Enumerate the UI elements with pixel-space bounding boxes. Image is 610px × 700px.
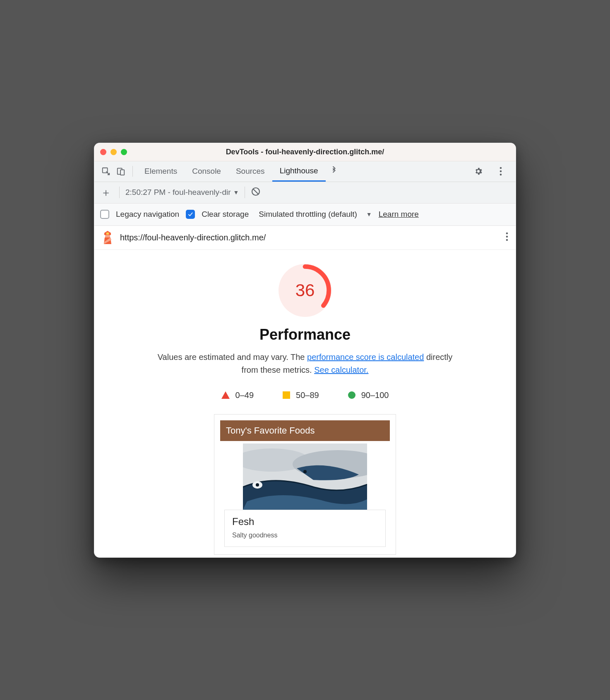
square-icon — [283, 391, 290, 399]
new-report-button[interactable]: ＋ — [98, 185, 113, 200]
lighthouse-toolbar-2: Legacy navigation Clear storage Simulate… — [94, 204, 516, 226]
throttling-chevron-icon[interactable]: ▼ — [366, 211, 372, 218]
devtools-tabstrip: Elements Console Sources Lighthouse — [94, 161, 516, 182]
clear-storage-label: Clear storage — [202, 210, 249, 219]
tab-console[interactable]: Console — [185, 161, 228, 182]
svg-point-4 — [500, 170, 502, 173]
chevron-down-icon: ▼ — [233, 189, 239, 196]
svg-line-7 — [253, 189, 259, 194]
filmstrip-image — [220, 441, 390, 510]
svg-point-16 — [281, 266, 329, 314]
traffic-lights — [100, 149, 127, 155]
filmstrip-page-title: Tony's Favorite Foods — [220, 420, 390, 441]
legend-mid: 50–89 — [283, 391, 319, 400]
svg-point-5 — [500, 174, 502, 176]
window-title: DevTools - foul-heavenly-direction.glitc… — [94, 148, 516, 156]
legacy-navigation-checkbox[interactable] — [100, 210, 109, 219]
settings-icon[interactable] — [471, 164, 486, 179]
tab-sources[interactable]: Sources — [228, 161, 272, 182]
category-title: Performance — [107, 326, 503, 343]
tab-lighthouse[interactable]: Lighthouse — [272, 161, 326, 182]
lighthouse-report: 36 Performance Values are estimated and … — [94, 250, 516, 557]
card-title: Fesh — [232, 516, 378, 527]
score-calc-link[interactable]: performance score is calculated — [307, 352, 424, 362]
svg-point-15 — [506, 239, 508, 241]
filmstrip-frame: Tony's Favorite Foods Fesh Salty go — [214, 414, 396, 555]
performance-gauge[interactable]: 36 — [279, 264, 331, 317]
circle-icon — [348, 391, 355, 399]
svg-point-3 — [500, 167, 502, 169]
devtools-window: DevTools - foul-heavenly-direction.glitc… — [94, 143, 516, 558]
svg-rect-12 — [106, 233, 109, 235]
clear-report-icon[interactable] — [251, 187, 261, 199]
svg-point-22 — [303, 470, 307, 473]
device-toolbar-icon[interactable] — [113, 164, 128, 179]
svg-rect-9 — [105, 235, 110, 237]
more-options-icon[interactable] — [493, 164, 508, 179]
minimize-window-button[interactable] — [110, 149, 117, 155]
svg-point-13 — [506, 232, 508, 234]
triangle-icon — [221, 391, 230, 399]
report-dropdown[interactable]: 2:50:27 PM - foul-heavenly-dir ▼ — [125, 188, 239, 197]
clear-storage-checkbox[interactable] — [186, 210, 195, 219]
report-url: https://foul-heavenly-direction.glitch.m… — [120, 233, 499, 242]
zoom-window-button[interactable] — [121, 149, 127, 155]
report-dropdown-label: 2:50:27 PM - foul-heavenly-dir — [125, 188, 231, 197]
inspect-element-icon[interactable] — [98, 164, 113, 179]
learn-more-link[interactable]: Learn more — [379, 210, 419, 219]
legend-low: 0–49 — [221, 391, 254, 400]
svg-rect-2 — [120, 170, 124, 175]
score-legend: 0–49 50–89 90–100 — [107, 391, 503, 400]
tabs-overflow-icon[interactable] — [326, 166, 342, 177]
card-subtitle: Salty goodness — [232, 532, 378, 539]
filmstrip-card: Fesh Salty goodness — [224, 510, 386, 547]
svg-point-21 — [256, 483, 259, 487]
legacy-navigation-label: Legacy navigation — [116, 210, 179, 219]
category-description: Values are estimated and may vary. The p… — [156, 351, 454, 376]
report-menu-icon[interactable] — [506, 232, 508, 243]
lighthouse-toolbar-1: ＋ 2:50:27 PM - foul-heavenly-dir ▼ — [94, 182, 516, 204]
see-calculator-link[interactable]: See calculator. — [314, 365, 368, 374]
report-url-row: https://foul-heavenly-direction.glitch.m… — [94, 226, 516, 250]
svg-point-14 — [506, 235, 508, 237]
legend-high: 90–100 — [348, 391, 389, 400]
window-titlebar: DevTools - foul-heavenly-direction.glitc… — [94, 143, 516, 161]
throttling-label: Simulated throttling (default) — [259, 210, 357, 219]
lighthouse-icon — [102, 231, 113, 244]
tab-elements[interactable]: Elements — [137, 161, 185, 182]
close-window-button[interactable] — [100, 149, 106, 155]
